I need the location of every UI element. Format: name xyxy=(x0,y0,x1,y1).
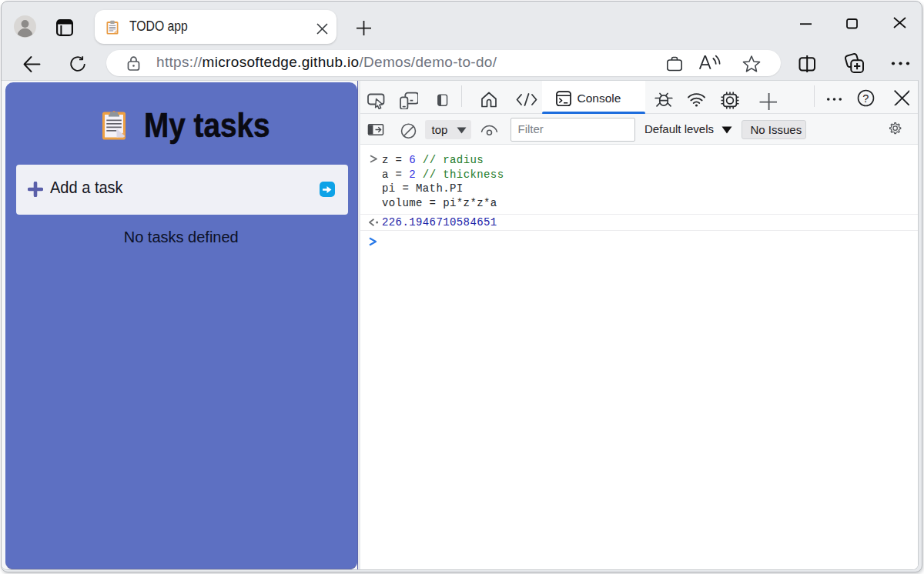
svg-text:?: ? xyxy=(862,92,869,105)
